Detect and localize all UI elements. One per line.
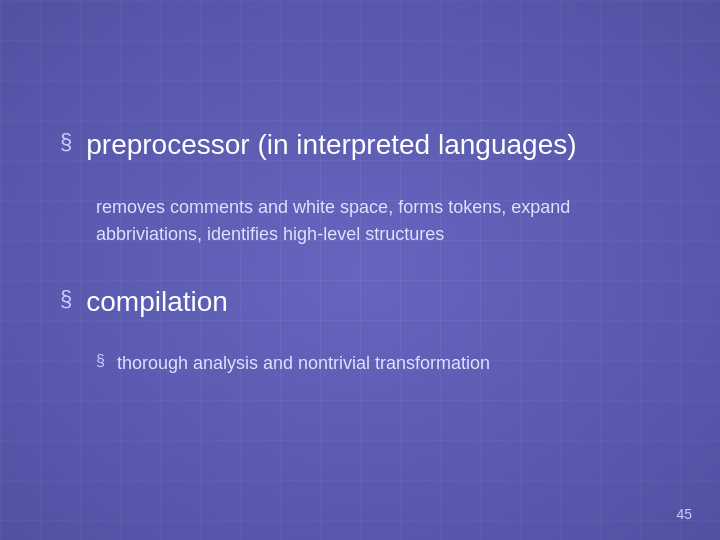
- heading-preprocessor: preprocessor (in interpreted languages): [86, 127, 576, 163]
- bullet-icon-preprocessor: §: [60, 129, 72, 155]
- main-bullet-compilation: § compilation: [60, 284, 660, 320]
- bullet-icon-compilation: §: [60, 286, 72, 312]
- main-bullet-preprocessor: § preprocessor (in interpreted languages…: [60, 127, 660, 163]
- slide: § preprocessor (in interpreted languages…: [0, 0, 720, 540]
- section-preprocessor: § preprocessor (in interpreted languages…: [60, 127, 660, 247]
- heading-compilation: compilation: [86, 284, 228, 320]
- sub-bullet-text-transformation: thorough analysis and nontrivial transfo…: [117, 350, 490, 377]
- slide-content: § preprocessor (in interpreted languages…: [60, 127, 660, 413]
- sub-bullet-icon: §: [96, 352, 105, 370]
- sub-bullet-transformation: § thorough analysis and nontrivial trans…: [96, 350, 660, 377]
- page-number: 45: [676, 506, 692, 522]
- body-text-preprocessor: removes comments and white space, forms …: [96, 194, 660, 248]
- section-compilation: § compilation § thorough analysis and no…: [60, 284, 660, 377]
- sub-bullets-compilation: § thorough analysis and nontrivial trans…: [96, 350, 660, 377]
